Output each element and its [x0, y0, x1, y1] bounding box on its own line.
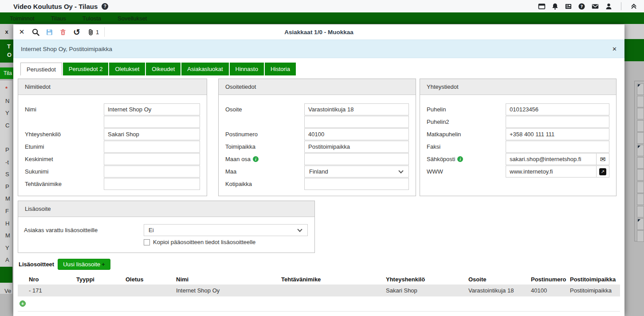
modal-title: Asiakkaat 1/0 - Muokkaa — [13, 29, 624, 36]
new-lisaosoite-button[interactable]: Uusi lisäosoite+ — [58, 259, 110, 270]
tab-content: Nimitiedot Nimi Yhteyshenkilö Etunimi Ke… — [13, 75, 624, 312]
tab-oikeudet[interactable]: Oikeudet — [146, 63, 181, 75]
cell-oletus — [126, 284, 176, 296]
modal-infobar: Internet Shop Oy, Postitoimipaikka ✕ — [13, 40, 624, 58]
tab-perustiedot[interactable]: Perustiedot — [20, 63, 62, 75]
maan-osa-input[interactable] — [304, 153, 409, 165]
info-icon[interactable]: i — [253, 156, 259, 162]
background-field-stub — [637, 120, 644, 132]
titlebar: Video Koulutus Oy - Tilaus ? ? — [0, 0, 644, 12]
tab-asiakasluokat[interactable]: Asiakasluokat — [181, 63, 228, 75]
etunimi-input[interactable] — [104, 141, 200, 153]
kopioi-checkbox[interactable] — [144, 239, 150, 245]
sukunimi-input[interactable] — [104, 166, 200, 178]
background-label: M — [5, 229, 13, 242]
field-label: Maan osai — [225, 156, 304, 162]
menu-tilaus[interactable]: Tilaus — [51, 15, 66, 22]
cell-osoite: Varastointikuja 18 — [468, 284, 531, 296]
close-icon[interactable]: ✕ — [17, 27, 27, 37]
collapse-icon[interactable] — [630, 2, 638, 10]
open-link-button[interactable]: ↗ — [597, 166, 609, 178]
table-row[interactable]: - 171 Internet Shop Oy Sakari Shop Varas… — [18, 284, 620, 296]
svg-text:?: ? — [581, 4, 583, 8]
keskinimet-input[interactable] — [104, 153, 200, 165]
field-label: Faksi — [427, 143, 506, 150]
field-label: Puhelin — [427, 106, 506, 113]
background-form-labels: * N Y C P -t S P M F H M Y A — [5, 83, 13, 266]
delete-icon[interactable] — [58, 27, 68, 37]
osoite-input[interactable] — [304, 103, 409, 115]
menu-sovellukset[interactable]: Sovellukset — [118, 15, 147, 22]
modal-toolbar: ✕ ↺ 1 Asiakkaat 1/0 - Muokkaa — [13, 24, 624, 40]
modal-tabs: Perustiedot Perustiedot 2 Oletukset Oike… — [20, 63, 624, 75]
undo-icon[interactable]: ↺ — [72, 27, 82, 37]
background-field-stub — [637, 157, 644, 169]
send-email-button[interactable]: ✉ — [597, 153, 609, 165]
www-input[interactable] — [506, 166, 597, 178]
infobar-close-icon[interactable]: ✕ — [612, 46, 617, 52]
background-field-stub — [637, 132, 644, 144]
asiakas-varattu-select[interactable]: Ei — [144, 224, 308, 236]
background-label: Y — [5, 107, 13, 119]
background-field-stub — [637, 230, 644, 242]
background-label: S — [5, 168, 13, 181]
col-nimi: Nimi — [176, 274, 281, 284]
menu-toiminnot[interactable]: Toiminnot — [10, 15, 35, 22]
info-icon[interactable]: i — [457, 156, 463, 162]
osoite-2-input[interactable] — [304, 116, 409, 128]
col-tyyppi: Tyyppi — [76, 274, 126, 284]
tab-perustiedot-2[interactable]: Perustiedot 2 — [63, 63, 109, 75]
matkapuhelin-input[interactable] — [506, 128, 609, 140]
background-label: C — [5, 119, 13, 132]
sahkoposti-input[interactable] — [506, 153, 597, 165]
field-label-text: Maan osa — [225, 156, 251, 162]
save-icon[interactable] — [44, 27, 54, 37]
tab-oletukset[interactable]: Oletukset — [109, 63, 145, 75]
background-field-stub — [637, 108, 644, 119]
faksi-input[interactable] — [506, 141, 609, 153]
kotipaikka-input[interactable] — [304, 178, 409, 190]
background-field-stub — [637, 83, 644, 95]
fieldset-title: Lisäosoite — [18, 201, 314, 217]
new-lisaosoite-label: Uusi lisäosoite — [63, 261, 100, 268]
titlebar-divider — [621, 2, 621, 10]
puhelin2-input[interactable] — [506, 116, 609, 128]
menu-tulosta[interactable]: Tulosta — [82, 15, 101, 22]
add-row-icon[interactable]: + — [20, 300, 26, 307]
news-icon[interactable] — [565, 3, 572, 10]
tab-hinnasto[interactable]: Hinnasto — [230, 63, 264, 75]
attachment-icon[interactable] — [86, 27, 95, 37]
field-label: Keskinimet — [25, 156, 104, 162]
background-label: P — [5, 144, 13, 156]
maa-select[interactable]: Finland — [304, 166, 409, 178]
background-tab-close[interactable]: x — [0, 24, 13, 40]
tehtavanimike-input[interactable] — [104, 178, 200, 190]
window-icon[interactable] — [538, 3, 546, 10]
yhteyshenkilo-input[interactable] — [104, 128, 200, 140]
field-label: Nimi — [25, 106, 104, 113]
puhelin-input[interactable] — [506, 103, 609, 115]
field-label: Etunimi — [25, 143, 104, 150]
attachment-count: 1 — [96, 29, 99, 36]
background-field-stub — [637, 145, 644, 156]
background-label: P — [5, 181, 13, 193]
field-label: Postinumero — [225, 131, 304, 138]
search-icon[interactable] — [31, 27, 40, 37]
col-yhteyshenkilo: Yhteyshenkilö — [386, 274, 468, 284]
nimi-input[interactable] — [104, 103, 200, 115]
help-icon[interactable]: ? — [578, 3, 585, 10]
background-tab-tila: Tila — [0, 67, 13, 79]
field-label: WWW — [427, 168, 506, 175]
notifications-icon[interactable] — [551, 3, 559, 10]
nimi-2-input[interactable] — [104, 116, 200, 128]
postinumero-input[interactable] — [304, 128, 409, 140]
toimipaikka-input[interactable] — [304, 141, 409, 153]
title-help-icon[interactable]: ? — [102, 3, 108, 10]
tab-historia[interactable]: Historia — [265, 63, 296, 75]
user-icon[interactable] — [605, 3, 613, 10]
background-label: N — [5, 95, 13, 107]
fieldset-title: Nimitiedot — [18, 79, 207, 95]
background-field-stub — [637, 206, 644, 217]
background-label — [5, 131, 13, 144]
mail-icon[interactable] — [591, 3, 599, 10]
